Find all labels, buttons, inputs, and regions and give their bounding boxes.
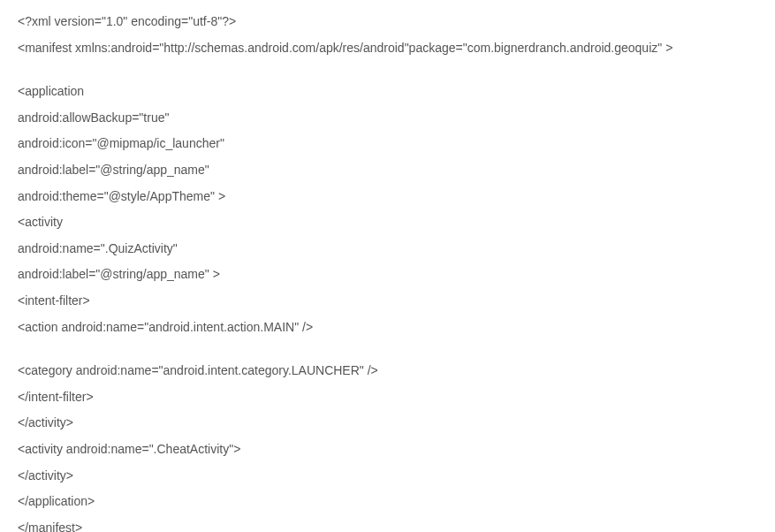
code-line: </intent-filter>: [18, 389, 757, 407]
code-line: <application: [18, 83, 757, 101]
code-line: android:name=".QuizActivity": [18, 240, 757, 258]
code-line: </activity>: [18, 414, 757, 432]
code-line: <activity android:name=".CheatActivity">: [18, 441, 757, 459]
code-line: <action android:name="android.intent.act…: [18, 319, 757, 337]
code-line: android:label="@string/app_name": [18, 162, 757, 179]
code-line: android:label="@string/app_name" >: [18, 266, 757, 284]
code-line: </application>: [18, 493, 757, 511]
code-line: <?xml version="1.0" encoding="utf-8"?>: [18, 13, 757, 31]
code-line: android:allowBackup="true": [18, 110, 757, 127]
code-line: android:theme="@style/AppTheme" >: [18, 188, 757, 206]
code-line: <category android:name="android.intent.c…: [18, 362, 757, 380]
code-line: </manifest>: [18, 520, 757, 532]
code-line: <manifest xmlns:android="http://schemas.…: [18, 40, 757, 57]
blank-line: [18, 345, 757, 362]
code-line: </activity>: [18, 467, 757, 485]
code-line: <intent-filter>: [18, 293, 757, 310]
code-line: android:icon="@mipmap/ic_launcher": [18, 135, 757, 153]
code-line: <activity: [18, 214, 757, 232]
code-block: <?xml version="1.0" encoding="utf-8"?> <…: [18, 13, 757, 532]
blank-line: [18, 65, 757, 83]
